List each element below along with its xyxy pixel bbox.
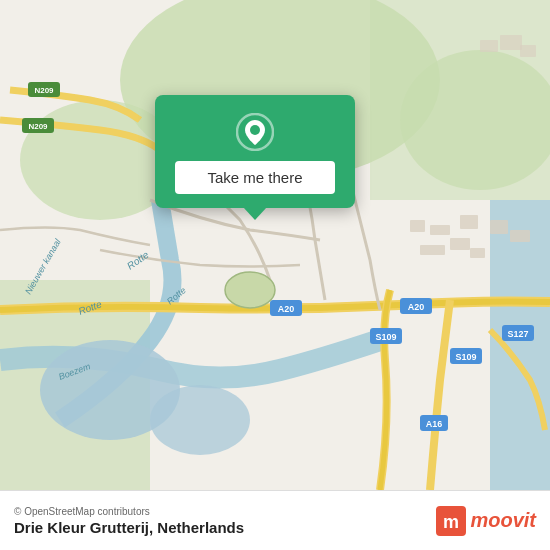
svg-text:S109: S109 [375, 332, 396, 342]
take-me-there-button[interactable]: Take me there [175, 161, 335, 194]
svg-text:A20: A20 [408, 302, 425, 312]
svg-rect-34 [450, 238, 470, 250]
svg-point-43 [250, 125, 260, 135]
svg-rect-8 [490, 200, 550, 490]
svg-text:A16: A16 [426, 419, 443, 429]
moovit-logo: m moovit [436, 506, 536, 536]
svg-text:A20: A20 [278, 304, 295, 314]
attribution-text: © OpenStreetMap contributors [14, 506, 244, 517]
location-name: Drie Kleur Grutterij, Netherlands [14, 519, 244, 536]
location-info: © OpenStreetMap contributors Drie Kleur … [14, 506, 244, 536]
map-popup: Take me there [155, 95, 355, 208]
svg-text:N209: N209 [28, 122, 48, 131]
svg-rect-36 [490, 220, 508, 234]
svg-rect-40 [520, 45, 536, 57]
svg-rect-5 [370, 0, 550, 200]
map-container[interactable]: A20 A20 S109 S109 A16 S127 N209 N209 Rot… [0, 0, 550, 490]
moovit-label: moovit [470, 509, 536, 532]
svg-rect-33 [420, 245, 445, 255]
moovit-icon: m [436, 506, 466, 536]
svg-rect-38 [480, 40, 498, 52]
svg-text:S109: S109 [455, 352, 476, 362]
svg-point-41 [225, 272, 275, 308]
svg-rect-31 [430, 225, 450, 235]
svg-rect-32 [460, 215, 478, 229]
svg-text:N209: N209 [34, 86, 54, 95]
svg-rect-35 [470, 248, 485, 258]
svg-rect-39 [500, 35, 522, 50]
svg-rect-30 [410, 220, 425, 232]
location-pin-icon [236, 113, 274, 151]
svg-point-7 [150, 385, 250, 455]
bottom-bar: © OpenStreetMap contributors Drie Kleur … [0, 490, 550, 550]
svg-rect-37 [510, 230, 530, 242]
svg-text:S127: S127 [507, 329, 528, 339]
svg-text:m: m [443, 512, 459, 532]
